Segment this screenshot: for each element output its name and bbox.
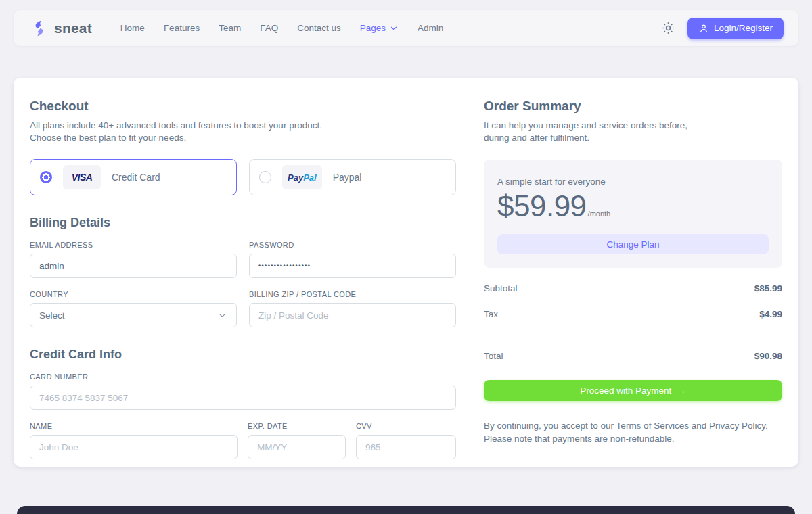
- payment-option-credit-card[interactable]: VISA Credit Card: [30, 159, 237, 195]
- name-field-group: Name: [30, 422, 238, 459]
- subtotal-row: Subtotal $85.99: [484, 283, 782, 294]
- main-nav: Home Features Team FAQ Contact us Pages …: [120, 23, 443, 33]
- nav-item-team[interactable]: Team: [219, 23, 241, 33]
- nav-item-pages-label: Pages: [360, 23, 386, 33]
- proceed-payment-label: Proceed with Payment: [580, 386, 671, 396]
- card-number-field-group: Card Number: [30, 373, 456, 410]
- paypal-option-label: Paypal: [333, 172, 362, 183]
- checkout-section: Checkout All plans include 40+ advanced …: [14, 78, 470, 467]
- tax-label: Tax: [484, 309, 498, 319]
- nav-item-admin[interactable]: Admin: [418, 23, 443, 33]
- arrow-right-icon: →: [677, 386, 686, 396]
- change-plan-button[interactable]: Change Plan: [497, 234, 769, 254]
- subtotal-label: Subtotal: [484, 283, 518, 294]
- country-label: Country: [30, 290, 237, 298]
- nav-item-pages[interactable]: Pages: [360, 23, 399, 33]
- order-summary-subtitle-line2: during and after fulfilment.: [484, 132, 782, 144]
- billing-details-title: Billing Details: [30, 216, 456, 230]
- payment-option-paypal[interactable]: PayPal Paypal: [249, 159, 456, 195]
- theme-toggle-button[interactable]: [658, 18, 678, 38]
- tax-value: $4.99: [759, 309, 782, 319]
- paypal-logo-right: Pal: [303, 172, 317, 183]
- exp-date-label: Exp. Date: [248, 422, 346, 430]
- exp-date-field-group: Exp. Date: [248, 422, 346, 459]
- cvv-field-group: CVV: [356, 422, 456, 459]
- total-value: $90.98: [754, 351, 782, 361]
- payment-method-options: VISA Credit Card PayPal Paypal: [30, 159, 456, 195]
- user-icon: [698, 23, 709, 34]
- password-label: Password: [249, 241, 456, 249]
- checkout-title: Checkout: [30, 99, 456, 114]
- plan-price-period: /month: [588, 210, 611, 218]
- cvv-label: CVV: [356, 422, 456, 430]
- chevron-down-icon: [217, 310, 227, 321]
- terms-note-line1: By continuing, you accept to our Terms o…: [484, 419, 782, 432]
- total-row: Total $90.98: [484, 351, 782, 361]
- password-field-group: Password: [249, 241, 456, 278]
- card-details-grid: Name Exp. Date CVV: [30, 422, 456, 459]
- subtotal-value: $85.99: [754, 283, 782, 294]
- tax-row: Tax $4.99: [484, 309, 782, 319]
- plan-caption: A simple start for everyone: [497, 177, 769, 187]
- nav-item-faq[interactable]: FAQ: [260, 23, 278, 33]
- name-label: Name: [30, 422, 238, 430]
- email-field-group: Email Address: [30, 241, 237, 278]
- login-register-button[interactable]: Login/Register: [687, 18, 784, 39]
- password-field[interactable]: [249, 254, 456, 278]
- plan-price-amount: $59.99: [497, 189, 587, 223]
- plan-price: $59.99 /month: [497, 189, 769, 223]
- paypal-badge: PayPal: [282, 165, 322, 189]
- summary-divider: [484, 335, 782, 335]
- card-number-label: Card Number: [30, 373, 456, 381]
- sun-icon: [661, 21, 675, 35]
- paypal-logo-left: Pay: [288, 172, 303, 183]
- footer-bar: [17, 506, 795, 514]
- checkout-card: Checkout All plans include 40+ advanced …: [14, 78, 798, 467]
- login-register-label: Login/Register: [714, 23, 773, 33]
- credit-card-info-title: Credit Card Info: [30, 348, 456, 362]
- total-label: Total: [484, 351, 503, 361]
- order-summary-title: Order Summary: [484, 99, 782, 114]
- zip-label: Billing Zip / Postal Code: [249, 290, 456, 298]
- zip-field[interactable]: [249, 303, 456, 327]
- nav-item-contact-us[interactable]: Contact us: [297, 23, 341, 33]
- email-label: Email Address: [30, 241, 237, 249]
- exp-date-field[interactable]: [248, 435, 346, 459]
- brand-name: sneat: [54, 20, 92, 37]
- checkout-subtitle-line2: Choose the best plan to fit your needs.: [30, 132, 456, 144]
- terms-note-line2: Please note that payments are non-refund…: [484, 432, 782, 445]
- name-field[interactable]: [30, 435, 238, 459]
- radio-credit-card[interactable]: [40, 171, 52, 183]
- nav-item-home[interactable]: Home: [120, 23, 145, 33]
- credit-card-option-label: Credit Card: [112, 172, 160, 183]
- nav-item-features[interactable]: Features: [164, 23, 200, 33]
- cvv-field[interactable]: [356, 435, 456, 459]
- order-summary-subtitle-line1: It can help you manage and service order…: [484, 120, 782, 132]
- brand-logo[interactable]: sneat: [30, 20, 92, 37]
- country-select[interactable]: Select: [30, 303, 237, 327]
- country-select-value: Select: [39, 310, 65, 321]
- order-summary-section: Order Summary It can help you manage and…: [470, 78, 798, 467]
- navbar-actions: Login/Register: [658, 18, 784, 39]
- radio-paypal[interactable]: [259, 171, 271, 183]
- chevron-down-icon: [389, 24, 399, 33]
- checkout-subtitle-line1: All plans include 40+ advanced tools and…: [30, 120, 456, 132]
- card-number-field[interactable]: [30, 386, 456, 410]
- top-navbar: sneat Home Features Team FAQ Contact us …: [14, 10, 798, 46]
- proceed-payment-button[interactable]: Proceed with Payment →: [484, 380, 782, 401]
- email-field[interactable]: [30, 254, 237, 278]
- visa-badge: VISA: [63, 165, 101, 189]
- visa-logo: VISA: [72, 172, 93, 183]
- plan-box: A simple start for everyone $59.99 /mont…: [484, 160, 782, 268]
- sneat-logo-icon: [30, 20, 48, 37]
- billing-details-grid: Email Address Password Country Select Bi…: [30, 241, 456, 327]
- zip-field-group: Billing Zip / Postal Code: [249, 290, 456, 327]
- country-field-group: Country Select: [30, 290, 237, 327]
